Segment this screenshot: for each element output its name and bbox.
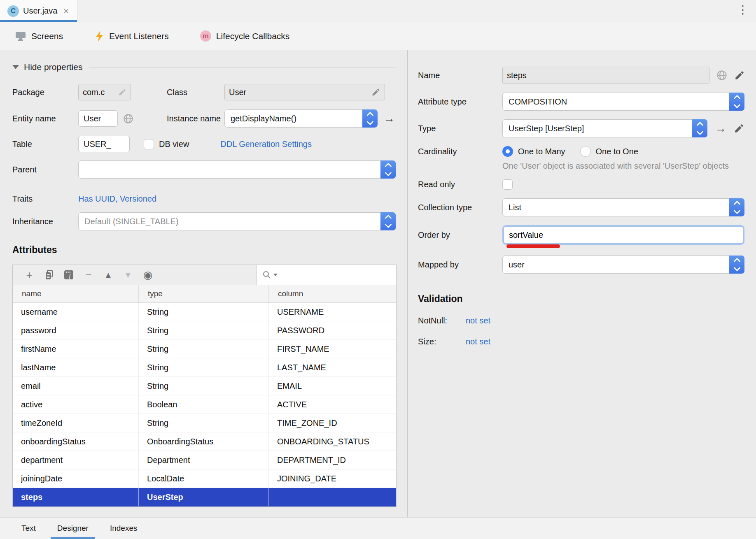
globe-icon[interactable] — [123, 113, 134, 124]
table-name-field[interactable]: USER_ — [78, 136, 130, 152]
collection-type-dropdown[interactable]: List — [502, 198, 744, 216]
attr-column[interactable]: FIRST_NAME — [269, 340, 396, 358]
edit-pencil-icon[interactable] — [371, 88, 380, 97]
kebab-menu-icon[interactable]: ⋮ — [737, 4, 749, 16]
attr-type[interactable]: String — [139, 340, 269, 358]
stepper-control[interactable] — [692, 119, 707, 137]
db-view-checkbox[interactable] — [144, 139, 154, 149]
table-row[interactable]: firstName String FIRST_NAME — [13, 340, 396, 358]
move-down-button[interactable]: ▼ — [118, 265, 138, 285]
table-row[interactable]: username String USERNAME — [13, 303, 396, 321]
stepper-control[interactable] — [362, 109, 378, 128]
tab-indexes[interactable]: Indexes — [99, 518, 148, 539]
table-row[interactable]: department Department DEPARTMENT_ID — [13, 451, 396, 469]
navigate-arrow-icon[interactable]: → — [383, 113, 395, 124]
tab-user-java[interactable]: C User.java × — [0, 0, 77, 22]
attr-name[interactable]: active — [13, 395, 139, 414]
create-dto-button[interactable]: f — [59, 265, 79, 285]
table-row[interactable]: lastName String LAST_NAME — [13, 358, 396, 377]
attr-type[interactable]: String — [139, 358, 269, 376]
type-dropdown[interactable]: UserStep [UserStep] — [502, 119, 707, 137]
attr-name[interactable]: username — [13, 303, 139, 321]
add-attribute-button[interactable]: + — [19, 265, 39, 285]
edit-pencil-icon[interactable] — [734, 70, 745, 81]
inheritance-dropdown[interactable]: Default (SINGLE_TABLE) — [78, 212, 396, 230]
traits-link[interactable]: Has UUID, Versioned — [78, 194, 156, 204]
tab-designer[interactable]: Designer — [47, 518, 99, 539]
parent-dropdown[interactable] — [78, 160, 396, 179]
notnull-value-link[interactable]: not set — [466, 316, 490, 325]
table-row[interactable]: email String EMAIL — [13, 377, 396, 395]
table-row[interactable]: onboardingStatus OnboardingStatus ONBOAR… — [13, 432, 396, 451]
stepper-control[interactable] — [380, 212, 396, 230]
lifecycle-callbacks-button[interactable]: m Lifecycle Callbacks — [200, 30, 290, 42]
attr-column[interactable]: LAST_NAME — [269, 358, 396, 376]
attr-column[interactable]: TIME_ZONE_ID — [269, 414, 396, 432]
event-listeners-button[interactable]: Event Listeners — [94, 30, 169, 42]
attr-column[interactable]: ACTIVE — [269, 395, 396, 414]
attr-column[interactable] — [269, 488, 396, 506]
attr-type[interactable]: OnboardingStatus — [139, 432, 269, 451]
remove-attribute-button[interactable]: − — [79, 265, 98, 285]
stepper-control[interactable] — [729, 93, 744, 111]
attr-name[interactable]: steps — [13, 488, 139, 506]
edit-pencil-icon[interactable] — [118, 88, 126, 96]
screens-button[interactable]: Screens — [15, 31, 63, 42]
attr-column[interactable]: JOINING_DATE — [269, 469, 396, 488]
one-to-many-radio[interactable] — [502, 146, 513, 157]
instance-name-combobox[interactable]: getDisplayName() — [224, 109, 378, 128]
mapped-by-dropdown[interactable]: user — [502, 256, 744, 274]
attr-name[interactable]: onboardingStatus — [13, 432, 139, 451]
attr-column[interactable]: ONBOARDING_STATUS — [269, 432, 396, 451]
search-options-caret-icon[interactable] — [273, 274, 278, 276]
attr-type[interactable]: String — [139, 414, 269, 432]
attr-name[interactable]: email — [13, 377, 139, 395]
column-header-type[interactable]: type — [139, 285, 269, 302]
hide-properties-toggle[interactable]: Hide properties — [12, 61, 396, 73]
attr-name[interactable]: joiningDate — [13, 469, 139, 488]
attr-type[interactable]: String — [139, 303, 269, 321]
globe-icon[interactable] — [716, 70, 728, 81]
entity-name-field[interactable]: User — [78, 110, 118, 127]
attr-name[interactable]: department — [13, 451, 139, 469]
copy-attribute-button[interactable] — [39, 265, 59, 285]
attr-name[interactable]: firstName — [13, 340, 139, 358]
ddl-generation-settings-link[interactable]: DDL Generation Settings — [220, 139, 312, 149]
attr-type[interactable]: String — [139, 321, 269, 339]
package-field[interactable]: com.c — [78, 84, 131, 100]
table-row-selected[interactable]: steps UserStep — [13, 488, 396, 506]
tab-text[interactable]: Text — [11, 518, 47, 539]
one-to-one-radio[interactable] — [580, 146, 591, 157]
order-by-input[interactable] — [504, 227, 743, 243]
column-header-column[interactable]: column — [269, 285, 396, 302]
class-field[interactable]: User — [224, 84, 385, 100]
stepper-control[interactable] — [729, 198, 744, 216]
attr-type[interactable]: Department — [139, 451, 269, 469]
attr-column[interactable]: DEPARTMENT_ID — [269, 451, 396, 469]
column-header-name[interactable]: name — [13, 285, 139, 302]
move-up-button[interactable]: ▲ — [98, 265, 118, 285]
read-only-checkbox[interactable] — [502, 179, 513, 190]
table-row[interactable]: password String PASSWORD — [13, 321, 396, 340]
visibility-button[interactable]: ◉ — [138, 265, 158, 285]
attr-name[interactable]: lastName — [13, 358, 139, 376]
table-row[interactable]: timeZoneId String TIME_ZONE_ID — [13, 414, 396, 432]
attr-type[interactable]: UserStep — [139, 488, 269, 506]
search-input[interactable] — [278, 265, 396, 285]
attr-type[interactable]: String — [139, 377, 269, 395]
attr-name[interactable]: password — [13, 321, 139, 339]
navigate-arrow-icon[interactable]: → — [715, 123, 726, 134]
attr-column[interactable]: USERNAME — [269, 303, 396, 321]
edit-pencil-icon[interactable] — [734, 123, 744, 134]
attribute-name-field[interactable]: steps — [502, 67, 709, 84]
attr-type[interactable]: Boolean — [139, 395, 269, 414]
stepper-control[interactable] — [380, 160, 396, 179]
close-icon[interactable]: × — [63, 6, 69, 16]
table-row[interactable]: joiningDate LocalDate JOINING_DATE — [13, 469, 396, 488]
attribute-search[interactable] — [257, 265, 396, 285]
stepper-control[interactable] — [729, 256, 744, 274]
attr-name[interactable]: timeZoneId — [13, 414, 139, 432]
attr-column[interactable]: PASSWORD — [269, 321, 396, 339]
attr-column[interactable]: EMAIL — [269, 377, 396, 395]
attr-type[interactable]: LocalDate — [139, 469, 269, 488]
